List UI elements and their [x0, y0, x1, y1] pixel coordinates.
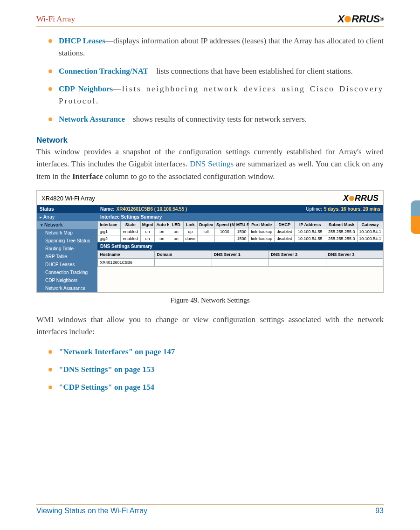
dns-settings-link[interactable]: DNS Settings — [190, 159, 234, 168]
term-rest: —shows results of connectivity tests for… — [125, 115, 307, 124]
cell: 1000 — [214, 228, 234, 235]
list-item: Connection Tracking/NAT—lists connection… — [48, 65, 384, 77]
ss-xirrus-logo: X RRUS — [343, 193, 379, 203]
col-h: Auto Neg — [155, 221, 169, 228]
col-h: DNS Server 3 — [326, 251, 383, 259]
term-link[interactable]: CDP Neighbors — [59, 84, 113, 93]
header-title: Wi-Fi Array — [36, 14, 75, 24]
cell: disabled — [275, 228, 295, 235]
ss-device-title: XR4820 Wi-Fi Array — [41, 195, 95, 202]
cell: on — [140, 235, 155, 242]
col-h: MTU Size — [234, 221, 249, 228]
col-h: Speed (Mbps) — [214, 221, 234, 228]
col-h: Duplex — [198, 221, 215, 228]
cell — [198, 235, 215, 242]
table-row: XR4012601C5B6 — [98, 259, 383, 267]
ss-uptime-label: Uptime: — [306, 206, 322, 212]
page-header: Wi-Fi Array X RRUS ® — [36, 13, 384, 27]
ss-sidebar-item[interactable]: Network Assurance — [37, 284, 97, 292]
col-h: Port Mode — [249, 221, 275, 228]
col-h: DNS Server 1 — [212, 251, 269, 259]
cell: enabled — [120, 228, 140, 235]
ss-sidebar-item[interactable]: DHCP Leases — [37, 261, 97, 268]
ss-sidebar-item[interactable]: ARP Table — [37, 253, 97, 261]
col-h: Link — [183, 221, 198, 228]
page-footer: Viewing Status on the Wi-Fi Array 93 — [36, 504, 384, 515]
cell[interactable]: gig2 — [98, 235, 121, 242]
list-item: "CDP Settings" on page 154 — [48, 381, 384, 393]
term-rest: —displays information about IP addresses… — [59, 36, 384, 57]
col-h: DNS Server 2 — [269, 251, 326, 259]
ss-sidebar-item[interactable]: CDP Neighbors — [37, 276, 97, 284]
cell[interactable]: gig1 — [98, 228, 121, 235]
table-row: gig1 enabled on on on up full 1000 1500 … — [98, 228, 383, 235]
col-h: DHCP — [275, 221, 295, 228]
col-h: Hostname — [98, 251, 155, 259]
reference-list: "Network Interfaces" on page 147 "DNS Se… — [36, 346, 384, 394]
term-link[interactable]: Connection Tracking/NAT — [59, 67, 148, 76]
list-item: DHCP Leases—displays information about I… — [48, 35, 384, 60]
ss-sidebar-item[interactable]: Spanning Tree Status — [37, 237, 97, 245]
logo-text-a: X — [337, 13, 344, 25]
ss-sidebar-item[interactable]: Routing Table — [37, 245, 97, 253]
logo-dot-icon — [344, 16, 351, 22]
cell — [326, 259, 383, 267]
interface-bold: Interface — [72, 172, 103, 181]
ss-sidebar-network-label: Network — [44, 222, 62, 227]
list-item: CDP Neighbors—lists neighboring network … — [48, 83, 384, 108]
list-item: "DNS Settings" on page 153 — [48, 364, 384, 376]
cell: 1500 — [234, 228, 249, 235]
ss-sidebar-item[interactable]: Connection Tracking — [37, 268, 97, 276]
side-tab-blue — [411, 200, 420, 216]
ss-sidebar-network[interactable]: Network — [37, 221, 97, 229]
cell: full — [198, 228, 215, 235]
section-heading-network: Network — [36, 136, 384, 145]
ss-logo-b: RRUS — [355, 193, 379, 203]
table-row: gig2 enabled on on on down 1500 link-bac… — [98, 235, 383, 242]
page-ref-link[interactable]: "DNS Settings" on page 153 — [59, 365, 154, 374]
definition-list: DHCP Leases—displays information about I… — [36, 35, 384, 125]
post-figure-paragraph: WMI windows that allow you to change or … — [36, 314, 384, 338]
cell: 1500 — [234, 235, 249, 242]
cell: 10.100.54.55 — [295, 228, 326, 235]
cell — [155, 259, 212, 267]
cell: 10.100.54.1 — [357, 235, 383, 242]
cell: 10.100.54.55 — [295, 235, 326, 242]
term-link[interactable]: Network Assurance — [59, 115, 125, 124]
ss-iface-summary-heading: Interface Settings Summary — [97, 213, 383, 221]
figure-caption: Figure 49. Network Settings — [36, 296, 384, 304]
col-h: LED — [169, 221, 183, 228]
cell: link-backup — [249, 235, 275, 242]
cell: on — [155, 228, 169, 235]
cell — [269, 259, 326, 267]
page-ref-link[interactable]: "Network Interfaces" on page 147 — [59, 347, 175, 356]
cell: link-backup — [249, 228, 275, 235]
ss-logo-dot-icon — [349, 196, 354, 201]
cell: disabled — [275, 235, 295, 242]
list-item: "Network Interfaces" on page 147 — [48, 346, 384, 358]
logo-text-b: RRUS — [351, 13, 379, 25]
cell — [212, 259, 269, 267]
para-c: column to go to the associated configura… — [103, 172, 275, 181]
cell: on — [169, 235, 183, 242]
logo-reg: ® — [380, 16, 384, 22]
ss-logo-a: X — [343, 193, 349, 203]
ss-sidebar-item[interactable]: Network Map — [37, 229, 97, 237]
ss-dns-table: Hostname Domain DNS Server 1 DNS Server … — [97, 250, 383, 267]
ss-dns-summary-heading: DNS Settings Summary — [97, 242, 383, 250]
col-h: Gateway — [357, 221, 383, 228]
side-tab-icon — [411, 200, 420, 234]
term-link[interactable]: DHCP Leases — [59, 36, 105, 45]
col-h: Subnet Mask — [326, 221, 357, 228]
page-ref-link[interactable]: "CDP Settings" on page 154 — [59, 383, 154, 392]
ss-titlebar: XR4820 Wi-Fi Array X RRUS — [37, 191, 383, 205]
ss-sidebar-status[interactable]: Status — [37, 205, 97, 213]
col-h: State — [120, 221, 140, 228]
ss-sidebar-array-label: Array — [43, 214, 55, 220]
network-settings-screenshot: XR4820 Wi-Fi Array X RRUS Status Array N… — [36, 190, 384, 293]
cell: up — [183, 228, 198, 235]
ss-uptime-value: 5 days, 16 hours, 20 mins — [324, 206, 380, 212]
term-rest: —lists connections that have been establ… — [148, 67, 353, 76]
ss-sidebar-array[interactable]: Array — [37, 213, 97, 221]
ss-status-bar: Name: XR4012601C5B6 ( 10.100.54.55 ) Upt… — [97, 205, 383, 213]
